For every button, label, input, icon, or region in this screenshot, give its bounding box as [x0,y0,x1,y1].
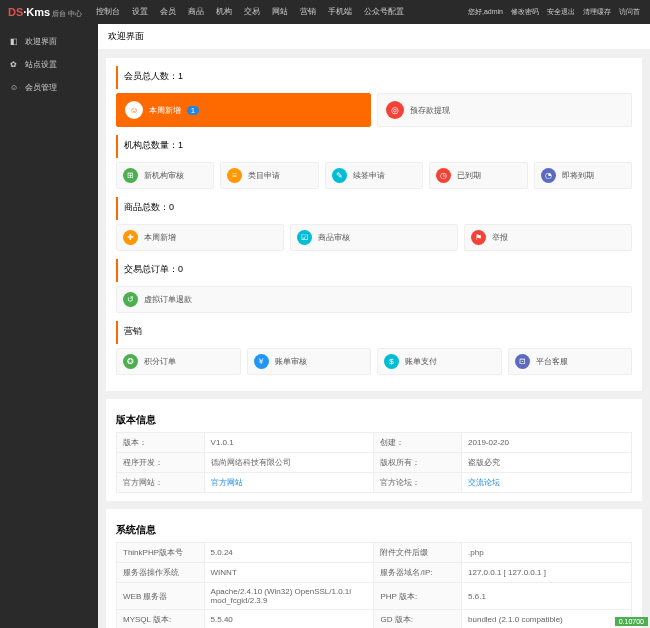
cell-value: 5.0.24 [204,543,374,563]
cell-value: .php [462,543,632,563]
top-menu-item[interactable]: 控制台 [90,0,126,24]
tile-icon: ⊡ [515,354,530,369]
sidebar-icon: ☺ [10,83,20,93]
table-row: WEB 服务器Apache/2.4.10 (Win32) OpenSSL/1.0… [117,583,632,610]
tile-label: 即将到期 [562,170,594,181]
tile-row: ⊞新机构审核≡类目申请✎续签申请◷已到期◔即将到期 [116,162,632,189]
stat-tile[interactable]: $账单支付 [377,348,502,375]
stat-tile[interactable]: ◎预存款提现 [377,93,632,127]
tile-icon: ￥ [254,354,269,369]
tile-label: 虚拟订单退款 [144,294,192,305]
tile-badge: 1 [187,106,199,115]
top-menu: 控制台设置会员商品机构交易网站营销手机端公众号配置 [90,0,464,24]
top-menu-item[interactable]: 公众号配置 [358,0,410,24]
top-menu-item[interactable]: 交易 [238,0,266,24]
top-menu-item[interactable]: 手机端 [322,0,358,24]
table-row: 版本：V1.0.1创建：2019-02-20 [117,433,632,453]
stat-tile[interactable]: ⊞新机构审核 [116,162,214,189]
cell-value: 5.6.1 [462,583,632,610]
cell-label: ThinkPHP版本号 [117,543,205,563]
tile-row: ☺本周新增1◎预存款提现 [116,93,632,127]
table-row: ThinkPHP版本号5.0.24附件文件后缀.php [117,543,632,563]
link[interactable]: 交流论坛 [468,478,500,487]
logo-kms: ·Kms [23,6,50,18]
tile-icon: ⚑ [471,230,486,245]
version-title: 版本信息 [116,413,632,427]
stat-tile[interactable]: ⊡平台客服 [508,348,633,375]
cell-value: 5.5.40 [204,610,374,629]
table-row: 官方网站：官方网站官方论坛：交流论坛 [117,473,632,493]
tile-icon: ◔ [541,168,556,183]
stat-tile[interactable]: ≡类目申请 [220,162,318,189]
tile-label: 已到期 [457,170,481,181]
logo-sub: 后台 中心 [52,10,82,17]
tile-icon: ✪ [123,354,138,369]
sidebar-item[interactable]: ✿站点设置 [0,53,98,76]
tile-icon: ◷ [436,168,451,183]
tile-label: 本周新增 [149,105,181,116]
cell-label: 服务器操作系统 [117,563,205,583]
dashboard-panel: 会员总人数：1☺本周新增1◎预存款提现机构总数量：1⊞新机构审核≡类目申请✎续签… [106,58,642,391]
tile-label: 账单审核 [275,356,307,367]
top-menu-item[interactable]: 机构 [210,0,238,24]
cell-value: Apache/2.4.10 (Win32) OpenSSL/1.0.1i mod… [204,583,374,610]
sidebar-label: 会员管理 [25,82,57,93]
tile-icon: ✎ [332,168,347,183]
cell-label: 版本： [117,433,205,453]
cell-value: 交流论坛 [462,473,632,493]
tile-icon: ✚ [123,230,138,245]
link[interactable]: 官方网站 [211,478,243,487]
sidebar-item[interactable]: ◧欢迎界面 [0,30,98,53]
stat-tile[interactable]: ￥账单审核 [247,348,372,375]
stat-tile[interactable]: ✪积分订单 [116,348,241,375]
cell-label: 创建： [374,433,462,453]
top-right-item[interactable]: 访问首 [615,0,644,24]
logo-ds: DS [8,6,23,18]
section-title: 会员总人数：1 [116,66,632,89]
container: ◧欢迎界面✿站点设置☺会员管理 欢迎界面 会员总人数：1☺本周新增1◎预存款提现… [0,24,650,628]
table-row: MYSQL 版本:5.5.40GD 版本:bundled (2.1.0 comp… [117,610,632,629]
section-title: 交易总订单：0 [116,259,632,282]
main: 欢迎界面 会员总人数：1☺本周新增1◎预存款提现机构总数量：1⊞新机构审核≡类目… [98,24,650,628]
sidebar-item[interactable]: ☺会员管理 [0,76,98,99]
top-menu-item[interactable]: 设置 [126,0,154,24]
top-right-item[interactable]: 安全退出 [543,0,579,24]
cell-value: WINNT [204,563,374,583]
top-header: DS·Kms后台 中心 控制台设置会员商品机构交易网站营销手机端公众号配置 您好… [0,0,650,24]
tile-label: 积分订单 [144,356,176,367]
top-menu-item[interactable]: 网站 [266,0,294,24]
tile-label: 平台客服 [536,356,568,367]
top-menu-item[interactable]: 营销 [294,0,322,24]
top-menu-item[interactable]: 会员 [154,0,182,24]
stat-tile[interactable]: ☑商品审核 [290,224,458,251]
cell-value: 德尚网络科技有限公司 [204,453,374,473]
sidebar-label: 欢迎界面 [25,36,57,47]
system-panel: 系统信息 ThinkPHP版本号5.0.24附件文件后缀.php服务器操作系统W… [106,509,642,628]
tile-label: 新机构审核 [144,170,184,181]
stat-tile[interactable]: ◷已到期 [429,162,527,189]
top-right-item[interactable]: 修改密码 [507,0,543,24]
tile-label: 账单支付 [405,356,437,367]
top-right-item[interactable]: 您好,admin [464,0,507,24]
stat-tile[interactable]: ⚑举报 [464,224,632,251]
stat-tile[interactable]: ↺虚拟订单退款 [116,286,632,313]
tile-icon: ⊞ [123,168,138,183]
cell-value: 盗版必究 [462,453,632,473]
cell-label: 版权所有： [374,453,462,473]
stat-tile[interactable]: ✎续签申请 [325,162,423,189]
cell-label: WEB 服务器 [117,583,205,610]
top-menu-item[interactable]: 商品 [182,0,210,24]
section-title: 营销 [116,321,632,344]
cell-value: 官方网站 [204,473,374,493]
sidebar-icon: ✿ [10,60,20,70]
cell-label: GD 版本: [374,610,462,629]
stat-tile[interactable]: ☺本周新增1 [116,93,371,127]
tile-label: 预存款提现 [410,105,450,116]
top-right-item[interactable]: 清理缓存 [579,0,615,24]
stat-tile[interactable]: ✚本周新增 [116,224,284,251]
tile-icon: ◎ [386,101,404,119]
section-title: 机构总数量：1 [116,135,632,158]
section-title: 商品总数：0 [116,197,632,220]
stat-tile[interactable]: ◔即将到期 [534,162,632,189]
tile-label: 本周新增 [144,232,176,243]
